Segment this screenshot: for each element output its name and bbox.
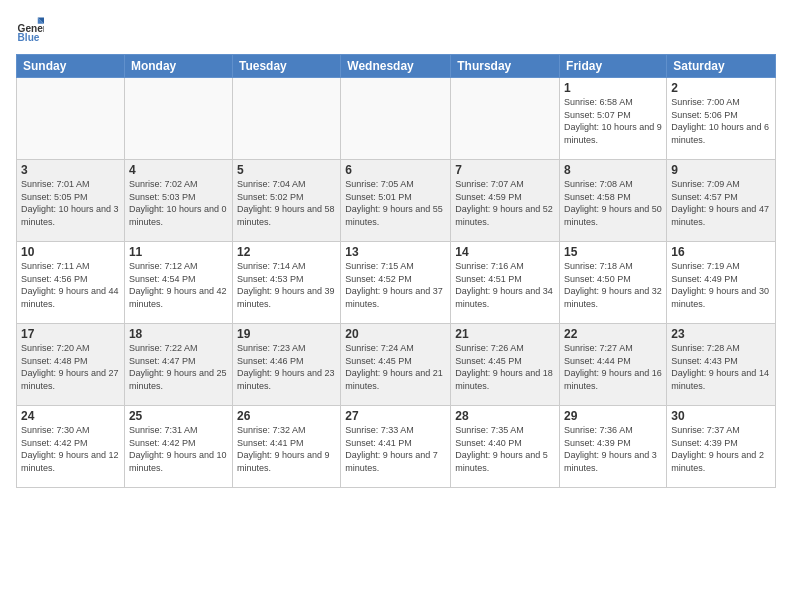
day-number: 23 bbox=[671, 327, 771, 341]
calendar-day-cell: 25Sunrise: 7:31 AM Sunset: 4:42 PM Dayli… bbox=[124, 406, 232, 488]
day-number: 18 bbox=[129, 327, 228, 341]
day-number: 24 bbox=[21, 409, 120, 423]
day-number: 15 bbox=[564, 245, 662, 259]
day-number: 9 bbox=[671, 163, 771, 177]
calendar-day-cell: 18Sunrise: 7:22 AM Sunset: 4:47 PM Dayli… bbox=[124, 324, 232, 406]
day-info: Sunrise: 7:15 AM Sunset: 4:52 PM Dayligh… bbox=[345, 260, 446, 310]
day-number: 28 bbox=[455, 409, 555, 423]
calendar-day-cell: 24Sunrise: 7:30 AM Sunset: 4:42 PM Dayli… bbox=[17, 406, 125, 488]
calendar: SundayMondayTuesdayWednesdayThursdayFrid… bbox=[16, 54, 776, 488]
calendar-week-row: 24Sunrise: 7:30 AM Sunset: 4:42 PM Dayli… bbox=[17, 406, 776, 488]
weekday-header-saturday: Saturday bbox=[667, 55, 776, 78]
weekday-header-thursday: Thursday bbox=[451, 55, 560, 78]
calendar-day-cell: 21Sunrise: 7:26 AM Sunset: 4:45 PM Dayli… bbox=[451, 324, 560, 406]
calendar-day-cell: 30Sunrise: 7:37 AM Sunset: 4:39 PM Dayli… bbox=[667, 406, 776, 488]
calendar-week-row: 1Sunrise: 6:58 AM Sunset: 5:07 PM Daylig… bbox=[17, 78, 776, 160]
day-number: 7 bbox=[455, 163, 555, 177]
weekday-header-tuesday: Tuesday bbox=[232, 55, 340, 78]
day-info: Sunrise: 7:12 AM Sunset: 4:54 PM Dayligh… bbox=[129, 260, 228, 310]
day-number: 26 bbox=[237, 409, 336, 423]
calendar-day-cell: 9Sunrise: 7:09 AM Sunset: 4:57 PM Daylig… bbox=[667, 160, 776, 242]
day-number: 17 bbox=[21, 327, 120, 341]
calendar-day-cell: 12Sunrise: 7:14 AM Sunset: 4:53 PM Dayli… bbox=[232, 242, 340, 324]
calendar-day-cell: 29Sunrise: 7:36 AM Sunset: 4:39 PM Dayli… bbox=[560, 406, 667, 488]
day-info: Sunrise: 7:27 AM Sunset: 4:44 PM Dayligh… bbox=[564, 342, 662, 392]
day-number: 13 bbox=[345, 245, 446, 259]
logo: General Blue bbox=[16, 16, 48, 44]
day-number: 3 bbox=[21, 163, 120, 177]
calendar-day-cell: 10Sunrise: 7:11 AM Sunset: 4:56 PM Dayli… bbox=[17, 242, 125, 324]
day-info: Sunrise: 7:05 AM Sunset: 5:01 PM Dayligh… bbox=[345, 178, 446, 228]
weekday-header-row: SundayMondayTuesdayWednesdayThursdayFrid… bbox=[17, 55, 776, 78]
weekday-header-wednesday: Wednesday bbox=[341, 55, 451, 78]
day-number: 12 bbox=[237, 245, 336, 259]
calendar-day-cell: 7Sunrise: 7:07 AM Sunset: 4:59 PM Daylig… bbox=[451, 160, 560, 242]
day-info: Sunrise: 7:22 AM Sunset: 4:47 PM Dayligh… bbox=[129, 342, 228, 392]
calendar-day-cell: 8Sunrise: 7:08 AM Sunset: 4:58 PM Daylig… bbox=[560, 160, 667, 242]
day-info: Sunrise: 7:20 AM Sunset: 4:48 PM Dayligh… bbox=[21, 342, 120, 392]
day-number: 14 bbox=[455, 245, 555, 259]
day-info: Sunrise: 7:37 AM Sunset: 4:39 PM Dayligh… bbox=[671, 424, 771, 474]
svg-text:Blue: Blue bbox=[18, 32, 40, 43]
day-info: Sunrise: 7:31 AM Sunset: 4:42 PM Dayligh… bbox=[129, 424, 228, 474]
calendar-day-cell: 20Sunrise: 7:24 AM Sunset: 4:45 PM Dayli… bbox=[341, 324, 451, 406]
day-number: 8 bbox=[564, 163, 662, 177]
calendar-day-cell: 26Sunrise: 7:32 AM Sunset: 4:41 PM Dayli… bbox=[232, 406, 340, 488]
main-container: General Blue SundayMondayTuesdayWednesda… bbox=[0, 0, 792, 612]
calendar-day-cell: 19Sunrise: 7:23 AM Sunset: 4:46 PM Dayli… bbox=[232, 324, 340, 406]
weekday-header-monday: Monday bbox=[124, 55, 232, 78]
calendar-day-cell: 22Sunrise: 7:27 AM Sunset: 4:44 PM Dayli… bbox=[560, 324, 667, 406]
calendar-week-row: 17Sunrise: 7:20 AM Sunset: 4:48 PM Dayli… bbox=[17, 324, 776, 406]
day-info: Sunrise: 7:30 AM Sunset: 4:42 PM Dayligh… bbox=[21, 424, 120, 474]
day-info: Sunrise: 7:02 AM Sunset: 5:03 PM Dayligh… bbox=[129, 178, 228, 228]
day-info: Sunrise: 7:24 AM Sunset: 4:45 PM Dayligh… bbox=[345, 342, 446, 392]
day-info: Sunrise: 6:58 AM Sunset: 5:07 PM Dayligh… bbox=[564, 96, 662, 146]
calendar-day-cell: 11Sunrise: 7:12 AM Sunset: 4:54 PM Dayli… bbox=[124, 242, 232, 324]
calendar-day-cell: 27Sunrise: 7:33 AM Sunset: 4:41 PM Dayli… bbox=[341, 406, 451, 488]
day-info: Sunrise: 7:35 AM Sunset: 4:40 PM Dayligh… bbox=[455, 424, 555, 474]
day-number: 20 bbox=[345, 327, 446, 341]
day-info: Sunrise: 7:04 AM Sunset: 5:02 PM Dayligh… bbox=[237, 178, 336, 228]
day-number: 11 bbox=[129, 245, 228, 259]
day-info: Sunrise: 7:08 AM Sunset: 4:58 PM Dayligh… bbox=[564, 178, 662, 228]
calendar-day-cell bbox=[124, 78, 232, 160]
calendar-day-cell: 15Sunrise: 7:18 AM Sunset: 4:50 PM Dayli… bbox=[560, 242, 667, 324]
day-info: Sunrise: 7:23 AM Sunset: 4:46 PM Dayligh… bbox=[237, 342, 336, 392]
day-info: Sunrise: 7:16 AM Sunset: 4:51 PM Dayligh… bbox=[455, 260, 555, 310]
calendar-day-cell: 1Sunrise: 6:58 AM Sunset: 5:07 PM Daylig… bbox=[560, 78, 667, 160]
calendar-week-row: 10Sunrise: 7:11 AM Sunset: 4:56 PM Dayli… bbox=[17, 242, 776, 324]
day-info: Sunrise: 7:00 AM Sunset: 5:06 PM Dayligh… bbox=[671, 96, 771, 146]
calendar-day-cell: 16Sunrise: 7:19 AM Sunset: 4:49 PM Dayli… bbox=[667, 242, 776, 324]
calendar-day-cell: 13Sunrise: 7:15 AM Sunset: 4:52 PM Dayli… bbox=[341, 242, 451, 324]
day-info: Sunrise: 7:19 AM Sunset: 4:49 PM Dayligh… bbox=[671, 260, 771, 310]
day-info: Sunrise: 7:11 AM Sunset: 4:56 PM Dayligh… bbox=[21, 260, 120, 310]
day-number: 30 bbox=[671, 409, 771, 423]
calendar-day-cell: 14Sunrise: 7:16 AM Sunset: 4:51 PM Dayli… bbox=[451, 242, 560, 324]
calendar-day-cell bbox=[451, 78, 560, 160]
day-info: Sunrise: 7:28 AM Sunset: 4:43 PM Dayligh… bbox=[671, 342, 771, 392]
day-info: Sunrise: 7:09 AM Sunset: 4:57 PM Dayligh… bbox=[671, 178, 771, 228]
day-number: 1 bbox=[564, 81, 662, 95]
calendar-day-cell: 5Sunrise: 7:04 AM Sunset: 5:02 PM Daylig… bbox=[232, 160, 340, 242]
day-number: 16 bbox=[671, 245, 771, 259]
day-info: Sunrise: 7:26 AM Sunset: 4:45 PM Dayligh… bbox=[455, 342, 555, 392]
logo-icon: General Blue bbox=[16, 16, 44, 44]
day-number: 10 bbox=[21, 245, 120, 259]
day-number: 19 bbox=[237, 327, 336, 341]
day-number: 29 bbox=[564, 409, 662, 423]
weekday-header-friday: Friday bbox=[560, 55, 667, 78]
calendar-day-cell: 2Sunrise: 7:00 AM Sunset: 5:06 PM Daylig… bbox=[667, 78, 776, 160]
day-info: Sunrise: 7:32 AM Sunset: 4:41 PM Dayligh… bbox=[237, 424, 336, 474]
calendar-day-cell: 28Sunrise: 7:35 AM Sunset: 4:40 PM Dayli… bbox=[451, 406, 560, 488]
day-info: Sunrise: 7:01 AM Sunset: 5:05 PM Dayligh… bbox=[21, 178, 120, 228]
day-number: 21 bbox=[455, 327, 555, 341]
day-number: 25 bbox=[129, 409, 228, 423]
calendar-day-cell: 17Sunrise: 7:20 AM Sunset: 4:48 PM Dayli… bbox=[17, 324, 125, 406]
day-info: Sunrise: 7:07 AM Sunset: 4:59 PM Dayligh… bbox=[455, 178, 555, 228]
day-info: Sunrise: 7:33 AM Sunset: 4:41 PM Dayligh… bbox=[345, 424, 446, 474]
day-number: 2 bbox=[671, 81, 771, 95]
calendar-day-cell: 3Sunrise: 7:01 AM Sunset: 5:05 PM Daylig… bbox=[17, 160, 125, 242]
day-number: 27 bbox=[345, 409, 446, 423]
calendar-day-cell: 4Sunrise: 7:02 AM Sunset: 5:03 PM Daylig… bbox=[124, 160, 232, 242]
day-number: 22 bbox=[564, 327, 662, 341]
